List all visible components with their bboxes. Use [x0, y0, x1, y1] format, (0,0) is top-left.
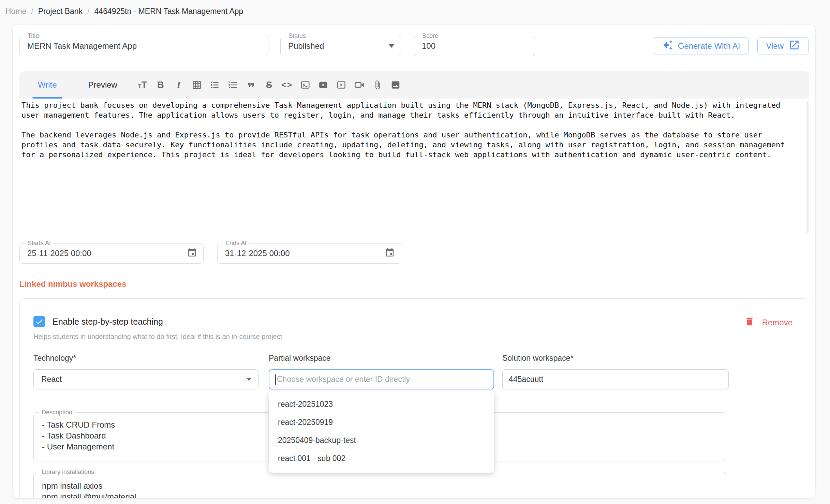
- status-select[interactable]: Status Published: [280, 36, 401, 56]
- partial-workspace-placeholder: Choose workspace or enter ID directly: [277, 375, 410, 384]
- description-field-label: Description: [39, 409, 75, 416]
- calendar-icon[interactable]: [187, 248, 197, 259]
- ends-at-value: 31-12-2025 00:00: [225, 249, 290, 258]
- teaching-checkbox[interactable]: [33, 316, 45, 327]
- solution-workspace-input[interactable]: 445acuutt: [502, 369, 729, 389]
- technology-select-value: React: [41, 375, 62, 384]
- workspace-card: Enable step-by-step teaching Helps stude…: [19, 298, 809, 499]
- view-button[interactable]: View: [757, 37, 809, 55]
- numbered-list-icon[interactable]: [226, 78, 240, 92]
- breadcrumb-current-page: 4464925tn - MERN Task Management App: [94, 7, 243, 16]
- solution-workspace-value: 445acuutt: [509, 375, 543, 384]
- editor-textarea[interactable]: This project bank focuses on developing …: [19, 99, 809, 235]
- starts-at-label: Starts At: [25, 240, 53, 247]
- ends-at-field[interactable]: Ends At 31-12-2025 00:00: [217, 243, 401, 264]
- ends-at-label: Ends At: [223, 240, 249, 247]
- chevron-down-icon: [247, 378, 251, 381]
- check-icon: [35, 317, 44, 326]
- trash-icon: [744, 316, 755, 329]
- editor-scrollbar[interactable]: [806, 101, 809, 233]
- image-icon[interactable]: [389, 78, 402, 92]
- blockquote-icon[interactable]: [244, 78, 258, 92]
- library-installations-field[interactable]: Library installations npm install axios …: [33, 472, 726, 499]
- dates-row: Starts At 25-11-2025 00:00 Ends At 31-12…: [19, 243, 809, 264]
- workspace-options-dropdown: react-20251023 react-20250919 20250409-b…: [269, 391, 494, 473]
- table-icon[interactable]: [190, 78, 204, 92]
- editor-toolbar-icons: TT B I S <>: [136, 78, 402, 92]
- solution-workspace-column: Solution workspace* 445acuutt: [502, 354, 729, 389]
- title-field[interactable]: Title MERN Task Management App: [19, 36, 268, 56]
- technology-label: Technology*: [33, 354, 258, 363]
- embed-video-icon[interactable]: [335, 78, 348, 92]
- header-actions: Generate With AI View: [654, 37, 809, 55]
- workspace-option[interactable]: react-20251023: [269, 395, 494, 413]
- breadcrumb-project-bank[interactable]: Project Bank: [38, 7, 83, 16]
- linked-workspaces-heading: Linked nimbus workspaces: [19, 279, 809, 290]
- generate-with-ai-label: Generate With AI: [678, 41, 740, 51]
- tab-preview[interactable]: Preview: [88, 71, 118, 99]
- workspace-fields-row: Technology* React Partial workspace Choo…: [33, 354, 795, 389]
- editor-paragraph: This project bank focuses on developing …: [21, 100, 807, 120]
- teaching-checkbox-label[interactable]: Enable step-by-step teaching: [53, 317, 163, 327]
- sparkles-icon: [662, 40, 673, 53]
- workspace-option[interactable]: react-20250919: [269, 413, 494, 431]
- starts-at-field[interactable]: Starts At 25-11-2025 00:00: [19, 243, 204, 264]
- title-field-label: Title: [25, 32, 41, 40]
- score-field-value: 100: [422, 41, 435, 51]
- project-form-card: Title MERN Task Management App Status Pu…: [12, 25, 816, 499]
- teaching-helper-text: Helps students in understanding what to …: [33, 333, 795, 341]
- partial-workspace-label: Partial workspace: [269, 354, 494, 363]
- editor-paragraph: The backend leverages Node.js and Expres…: [21, 130, 807, 160]
- view-button-label: View: [766, 41, 784, 51]
- terminal-icon[interactable]: [298, 78, 312, 92]
- generate-with-ai-button[interactable]: Generate With AI: [654, 37, 749, 55]
- editor-text-line: The backend leverages Node.js and Expres…: [21, 130, 807, 140]
- calendar-icon[interactable]: [385, 248, 395, 259]
- bold-icon[interactable]: B: [154, 78, 167, 92]
- video-camera-icon[interactable]: [353, 78, 366, 92]
- library-installations-label: Library installations: [39, 469, 97, 476]
- tab-write[interactable]: Write: [37, 71, 58, 99]
- editor-text-line: user management features. The applicatio…: [21, 110, 807, 120]
- starts-at-value: 25-11-2025 00:00: [27, 249, 91, 258]
- attachment-icon[interactable]: [371, 78, 384, 92]
- score-field-label: Score: [420, 32, 441, 40]
- title-field-value: MERN Task Management App: [27, 41, 137, 51]
- breadcrumb-separator: /: [31, 7, 33, 16]
- library-installations-value: npm install axios npm install @mui/mater…: [42, 480, 718, 499]
- editor-text-line: profiles and task data securely. Key fun…: [21, 140, 807, 150]
- bulleted-list-icon[interactable]: [208, 78, 222, 92]
- workspace-option[interactable]: 20250409-backup-test: [269, 431, 494, 449]
- format-size-icon[interactable]: TT: [136, 78, 149, 92]
- editor-toolbar: Write Preview TT B I S <>: [19, 71, 809, 99]
- library-line: npm install @mui/material: [42, 491, 718, 499]
- technology-select[interactable]: React: [33, 369, 258, 389]
- youtube-icon[interactable]: [316, 78, 330, 92]
- remove-button-label: Remove: [762, 318, 792, 327]
- editor-text-line: for a personalized experience. This proj…: [21, 150, 807, 160]
- editor-text-line: This project bank focuses on developing …: [21, 100, 807, 110]
- text-caret: [275, 374, 276, 385]
- solution-workspace-label: Solution workspace*: [502, 354, 729, 363]
- breadcrumb: Home / Project Bank / 4464925tn - MERN T…: [5, 7, 243, 16]
- partial-workspace-input[interactable]: Choose workspace or enter ID directly: [269, 369, 494, 389]
- header-fields-row: Title MERN Task Management App Status Pu…: [19, 36, 809, 56]
- partial-workspace-column: Partial workspace Choose workspace or en…: [269, 354, 494, 389]
- italic-icon[interactable]: I: [172, 78, 186, 92]
- teaching-toggle-row: Enable step-by-step teaching: [33, 316, 795, 327]
- status-select-value: Published: [288, 41, 324, 51]
- status-select-label: Status: [286, 32, 308, 40]
- technology-column: Technology* React: [33, 354, 258, 389]
- library-line: npm install axios: [42, 480, 718, 491]
- chevron-down-icon: [389, 44, 394, 48]
- code-icon[interactable]: <>: [280, 78, 294, 92]
- external-link-icon: [788, 39, 800, 53]
- strikethrough-icon[interactable]: S: [262, 78, 276, 92]
- breadcrumb-home[interactable]: Home: [5, 7, 26, 16]
- breadcrumb-separator: /: [87, 7, 89, 16]
- remove-workspace-button[interactable]: Remove: [744, 316, 792, 329]
- markdown-editor: Write Preview TT B I S <>: [19, 71, 809, 235]
- score-field[interactable]: Score 100: [414, 36, 535, 56]
- workspace-option[interactable]: react 001 - sub 002: [269, 449, 494, 468]
